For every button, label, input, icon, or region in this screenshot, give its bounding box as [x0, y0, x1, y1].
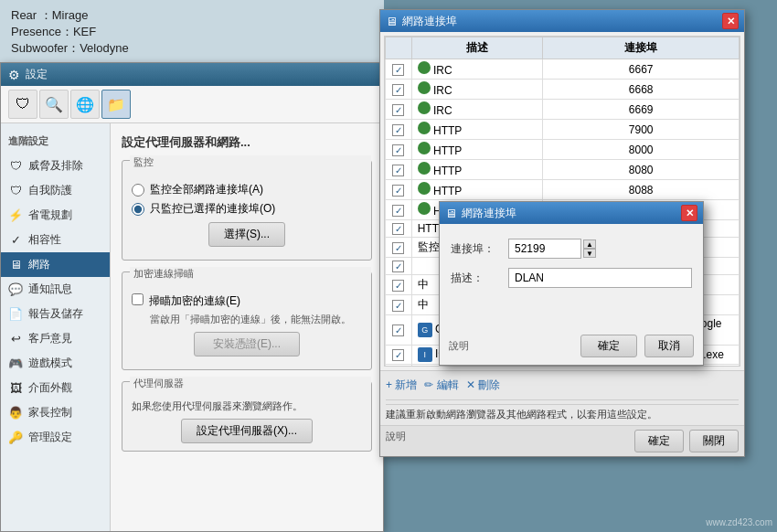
sidebar-item-threat[interactable]: 🛡 威脅及排除 — [1, 154, 110, 178]
small-ok-button[interactable]: 確定 — [580, 335, 637, 357]
small-cancel-button[interactable]: 取消 — [644, 335, 694, 357]
row-checkbox[interactable] — [386, 200, 412, 220]
checkbox-icon[interactable] — [392, 144, 404, 156]
dialog-close-button[interactable]: 關閉 — [689, 430, 739, 452]
sidebar-item-self-protect[interactable]: 🛡 自我防護 — [1, 178, 110, 203]
row-port: 6667 — [543, 59, 740, 80]
compat-icon: ✓ — [8, 233, 23, 248]
toolbar-folder[interactable]: 📁 — [101, 90, 131, 119]
sidebar-item-game[interactable]: 🎮 遊戲模式 — [1, 351, 110, 376]
sidebar-label-network: 網路 — [28, 257, 50, 272]
table-row: HTTP7900 — [386, 120, 740, 140]
checkbox-icon[interactable] — [392, 64, 404, 76]
checkbox-icon[interactable] — [392, 300, 404, 312]
proxy-note: 如果您使用代理伺服器來瀏覽網路作。 — [132, 399, 362, 413]
table-row: HTTP8080 — [386, 160, 740, 180]
dialog-small-icon: 🖥 — [445, 207, 457, 220]
checkbox-icon[interactable] — [392, 205, 404, 217]
checkbox-icon[interactable] — [392, 84, 404, 96]
checkbox-icon[interactable] — [392, 165, 404, 176]
toolbar-globe[interactable]: 🌐 — [70, 90, 100, 119]
checkbox-icon[interactable] — [392, 349, 404, 361]
content-area: 設定代理伺服器和網路... 監控 監控全部網路連接埠(A) 只監控已選擇的連接埠… — [111, 123, 383, 531]
sidebar-item-report[interactable]: 📄 報告及儲存 — [1, 302, 110, 326]
checkbox-icon[interactable] — [392, 104, 404, 116]
checkbox-icon[interactable] — [392, 223, 404, 235]
sidebar-label-ui: 介面外觀 — [28, 380, 72, 396]
checkbox-icon[interactable] — [392, 242, 404, 254]
row-checkbox[interactable] — [386, 120, 412, 140]
sidebar-item-admin[interactable]: 🔑 管理設定 — [1, 425, 110, 450]
row-checkbox[interactable] — [386, 160, 412, 180]
sidebar-item-network[interactable]: 🖥 網路 — [1, 252, 110, 277]
encrypt-checkbox[interactable] — [132, 293, 144, 305]
radio-selected-ports[interactable] — [132, 203, 144, 216]
encrypt-note: 當啟用「掃瞄加密的連線」後，能無法開啟。 — [150, 313, 362, 326]
table-row: HTTP8088 — [386, 180, 740, 200]
table-row: IRC6669 — [386, 100, 740, 120]
row-desc: HTTP — [411, 160, 543, 180]
row-checkbox[interactable] — [386, 315, 412, 346]
main-body: 進階設定 🛡 威脅及排除 🛡 自我防護 ⚡ 省電規劃 ✓ 相容性 🖥 網路 — [1, 123, 383, 531]
toolbar: 🛡 🔍 🌐 📁 — [1, 86, 383, 123]
spinner-down[interactable]: ▼ — [583, 249, 596, 258]
dialog-ok-button[interactable]: 確定 — [634, 430, 684, 452]
spinner-up[interactable]: ▲ — [583, 239, 596, 249]
dialog-ports-close[interactable]: ✕ — [722, 13, 739, 29]
sidebar: 進階設定 🛡 威脅及排除 🛡 自我防護 ⚡ 省電規劃 ✓ 相容性 🖥 網路 — [1, 123, 111, 531]
checkbox-icon[interactable] — [392, 185, 404, 197]
radio-all-ports[interactable] — [132, 184, 144, 197]
checkbox-icon[interactable] — [392, 124, 404, 136]
row-checkbox[interactable] — [386, 258, 412, 275]
sidebar-item-ui[interactable]: 🖼 介面外觀 — [1, 376, 110, 400]
bg-line2: Presence：KEF — [11, 24, 373, 40]
row-checkbox[interactable] — [386, 238, 412, 258]
desc-label: 描述： — [451, 271, 501, 286]
row-checkbox[interactable] — [386, 346, 412, 365]
port-spinner: ▲ ▼ — [508, 239, 596, 259]
action-delete[interactable]: ✕ 刪除 — [466, 378, 500, 393]
net-icon-small — [418, 101, 431, 114]
net-icon-small — [418, 61, 431, 74]
row-port: 8080 — [543, 160, 740, 180]
row-checkbox[interactable] — [386, 275, 412, 295]
desc-input[interactable] — [508, 268, 692, 288]
proxy-legend: 代理伺服器 — [130, 377, 371, 390]
proxy-settings-button[interactable]: 設定代理伺服器(X)... — [181, 419, 313, 443]
toolbar-search[interactable]: 🔍 — [39, 90, 69, 119]
sidebar-label-compat: 相容性 — [28, 232, 61, 248]
port-input[interactable] — [508, 239, 581, 259]
row-checkbox[interactable] — [386, 59, 412, 80]
dialog-small-close[interactable]: ✕ — [681, 205, 697, 221]
row-checkbox[interactable] — [386, 80, 412, 100]
sidebar-label-self-protect: 自我防護 — [28, 183, 72, 198]
row-checkbox[interactable] — [386, 365, 412, 367]
row-checkbox[interactable] — [386, 220, 412, 238]
small-note: 說明 — [449, 339, 573, 353]
select-ports-button[interactable]: 選擇(S)... — [208, 222, 285, 247]
main-titlebar: ⚙ 設定 — [1, 63, 383, 86]
sidebar-item-notify[interactable]: 💬 通知訊息 — [1, 277, 110, 302]
checkbox-icon[interactable] — [392, 261, 404, 272]
row-checkbox[interactable] — [386, 100, 412, 120]
checkbox-icon[interactable] — [392, 280, 404, 292]
install-cert-button[interactable]: 安裝憑證(E)... — [194, 332, 300, 356]
row-checkbox[interactable] — [386, 295, 412, 315]
row-port: 6668 — [543, 80, 740, 100]
action-edit[interactable]: ✏ 編輯 — [424, 378, 458, 393]
radio-label-selected: 只監控已選擇的連接埠(O) — [150, 201, 275, 217]
sidebar-title: 進階設定 — [1, 131, 110, 154]
sidebar-item-compat[interactable]: ✓ 相容性 — [1, 228, 110, 252]
toolbar-shield[interactable]: 🛡 — [8, 90, 37, 119]
row-checkbox[interactable] — [386, 140, 412, 160]
sidebar-item-parental[interactable]: 👨 家長控制 — [1, 400, 110, 425]
action-new[interactable]: + 新增 — [386, 378, 417, 393]
checkbox-icon[interactable] — [392, 325, 404, 336]
row-checkbox[interactable] — [386, 180, 412, 200]
sidebar-item-feedback[interactable]: ↩ 客戶意見 — [1, 326, 110, 351]
ui-icon: 🖼 — [8, 381, 23, 396]
sidebar-item-power[interactable]: ⚡ 省電規劃 — [1, 203, 110, 228]
sidebar-label-admin: 管理設定 — [28, 430, 72, 445]
dialog-small-body: 連接埠： ▲ ▼ 描述： — [440, 224, 703, 331]
dialog-ports-footer: 說明 確定 關閉 — [380, 425, 744, 456]
